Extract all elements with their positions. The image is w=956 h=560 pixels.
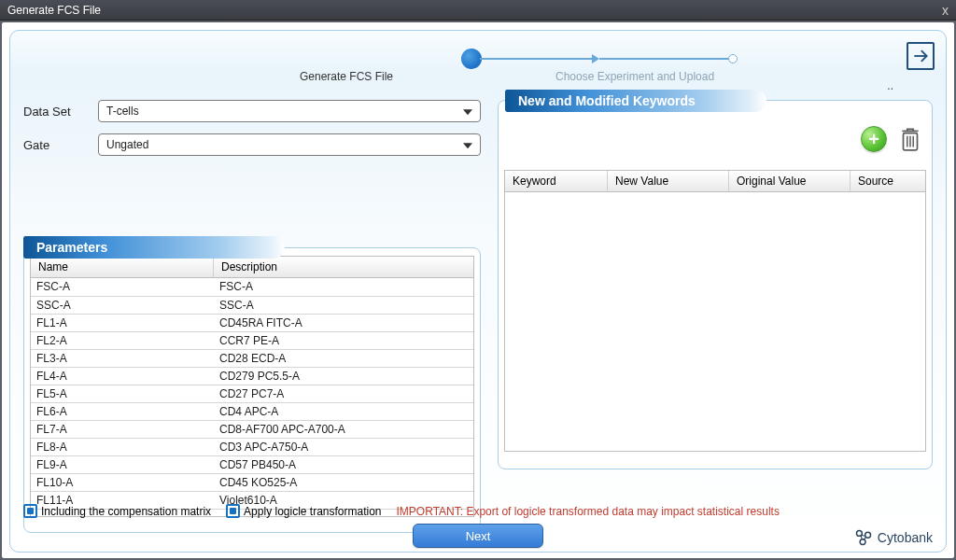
step-2-dot: [728, 54, 738, 63]
param-name-cell: FL10-A: [31, 473, 214, 491]
table-row[interactable]: FL2-ACCR7 PE-A: [31, 331, 473, 349]
step-1-dot: [461, 49, 482, 69]
brand-text: Cytobank: [878, 530, 933, 545]
param-desc-cell: CD45 KO525-A: [214, 473, 473, 491]
next-button[interactable]: Next: [413, 524, 543, 548]
table-row[interactable]: FL3-ACD28 ECD-A: [31, 349, 473, 367]
param-desc-cell: CD45RA FITC-A: [214, 314, 473, 331]
window-body: .. Generate FCS File Choose Experiment a…: [2, 22, 954, 558]
window-title: Generate FCS File: [7, 0, 101, 21]
logicle-label: Apply logicle transformation: [244, 505, 381, 518]
param-name-cell: FL7-A: [31, 420, 214, 438]
compensation-label: Including the compensation matrix: [41, 505, 211, 518]
col-newvalue-header[interactable]: New Value: [608, 171, 729, 191]
dialog-panel: .. Generate FCS File Choose Experiment a…: [9, 30, 947, 553]
svg-point-3: [860, 539, 865, 545]
table-row[interactable]: SSC-ASSC-A: [31, 296, 473, 314]
warning-text: IMPORTANT: Export of logicle transformed…: [397, 505, 780, 518]
bottom-options: Including the compensation matrix Apply …: [23, 504, 933, 518]
param-desc-cell: FSC-A: [214, 278, 473, 296]
stepper: Generate FCS File Choose Experiment and …: [23, 38, 933, 94]
dataset-select[interactable]: T-cells: [98, 100, 481, 122]
param-name-cell: FL9-A: [31, 455, 214, 473]
gate-label: Gate: [23, 138, 98, 152]
gate-select[interactable]: Ungated: [98, 133, 481, 156]
parameters-scroll[interactable]: FSC-AFSC-ASSC-ASSC-AFL1-ACD45RA FITC-AFL…: [31, 278, 473, 517]
table-row[interactable]: FL5-ACD27 PC7-A: [31, 385, 473, 402]
table-row[interactable]: FL1-ACD45RA FITC-A: [31, 314, 473, 331]
param-desc-cell: SSC-A: [214, 296, 473, 314]
col-source-header[interactable]: Source: [851, 171, 925, 191]
param-desc-cell: CD28 ECD-A: [214, 349, 473, 367]
param-name-cell: FL2-A: [31, 331, 214, 349]
gate-value: Ungated: [106, 138, 148, 151]
keywords-panel: + Keyword New: [498, 100, 933, 469]
param-desc-cell: CD3 APC-A750-A: [214, 438, 473, 455]
brand-logo: Cytobank: [853, 527, 933, 548]
param-desc-cell: CD8-AF700 APC-A700-A: [214, 420, 473, 438]
table-row[interactable]: FL7-ACD8-AF700 APC-A700-A: [31, 420, 473, 438]
param-desc-cell: CD57 PB450-A: [214, 455, 473, 473]
param-name-cell: FL5-A: [31, 385, 214, 402]
keywords-scroll[interactable]: [505, 192, 925, 452]
param-name-cell: FL8-A: [31, 438, 214, 455]
chevron-right-icon: [592, 54, 599, 63]
param-name-cell: FL6-A: [31, 402, 214, 420]
dataset-value: T-cells: [106, 105, 139, 118]
param-desc-cell: CD279 PC5.5-A: [214, 367, 473, 385]
parameters-panel: Name Description FSC-AFSC-ASSC-ASSC-AFL1…: [23, 247, 481, 533]
step-connector: [480, 58, 592, 60]
keywords-table: Keyword New Value Original Value Source: [504, 170, 926, 452]
table-row[interactable]: FL4-ACD279 PC5.5-A: [31, 367, 473, 385]
step-connector: [599, 58, 730, 60]
param-desc-cell: CD4 APC-A: [214, 402, 473, 420]
add-icon[interactable]: +: [861, 126, 887, 152]
table-row[interactable]: FL10-ACD45 KO525-A: [31, 473, 473, 491]
param-desc-cell: CD27 PC7-A: [214, 385, 473, 402]
dataset-label: Data Set: [23, 105, 98, 119]
table-row[interactable]: FSC-AFSC-A: [31, 278, 473, 296]
trash-icon[interactable]: [898, 125, 922, 153]
col-name-header[interactable]: Name: [31, 257, 214, 277]
close-icon[interactable]: x: [942, 0, 949, 21]
compensation-checkbox[interactable]: [23, 504, 37, 518]
col-keyword-header[interactable]: Keyword: [505, 171, 608, 191]
parameters-header: Parameters: [23, 236, 285, 259]
table-row[interactable]: FL9-ACD57 PB450-A: [31, 455, 473, 473]
param-name-cell: SSC-A: [31, 296, 214, 314]
param-name-cell: FL4-A: [31, 367, 214, 385]
table-row[interactable]: FL6-ACD4 APC-A: [31, 402, 473, 420]
step-1-label: Generate FCS File: [300, 70, 393, 83]
titlebar: Generate FCS File x: [0, 0, 956, 21]
step-2-label: Choose Experiment and Upload: [555, 70, 714, 83]
logicle-checkbox[interactable]: [226, 504, 240, 518]
param-name-cell: FL3-A: [31, 349, 214, 367]
col-desc-header[interactable]: Description: [214, 257, 473, 277]
keywords-header: New and Modified Keywords: [505, 90, 766, 112]
param-desc-cell: CCR7 PE-A: [214, 331, 473, 349]
param-name-cell: FL1-A: [31, 314, 214, 331]
parameters-table: Name Description FSC-AFSC-ASSC-ASSC-AFL1…: [30, 256, 474, 517]
param-name-cell: FSC-A: [31, 278, 214, 296]
table-row[interactable]: FL8-ACD3 APC-A750-A: [31, 438, 473, 455]
col-origvalue-header[interactable]: Original Value: [729, 171, 851, 191]
next-label: Next: [466, 529, 491, 543]
